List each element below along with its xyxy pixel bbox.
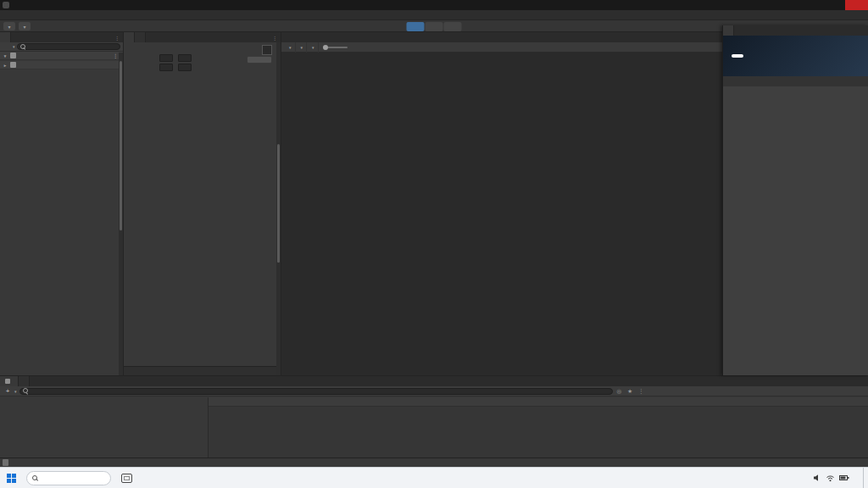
create-asset-button[interactable]: + [3,387,12,395]
search-icon [32,475,38,481]
texture-thumbnail[interactable] [262,45,272,55]
tiling-x-field[interactable] [159,54,173,62]
search-by-type-icon[interactable]: ◎ [615,388,624,395]
panel-menu-icon[interactable]: ⋮ [272,35,281,41]
tab-project[interactable] [0,376,19,386]
unity-app-icon [3,2,9,8]
search-icon [23,388,29,394]
panel-menu-icon[interactable]: ⋮ [114,35,123,41]
display-dropdown[interactable]: ▾ [296,42,308,53]
asset-grid [209,407,868,409]
offset-x-field[interactable] [159,64,173,71]
tab-occlusion[interactable] [135,32,146,42]
desktop: ▾ ▾ ⋮ ▾ ▾ ⋮ ▸ [0,0,868,488]
step-button[interactable] [444,22,462,31]
close-button[interactable] [845,0,868,10]
tab-inspector[interactable] [124,32,135,42]
texture-select-button[interactable] [247,56,272,64]
show-desktop-button[interactable] [863,468,866,488]
project-panel: + ▾ ◎ ★ ⋮ [0,375,868,458]
window-titlebar [0,0,868,10]
scene-icon [10,53,16,58]
status-bar [0,458,868,467]
scene-header[interactable]: ▾ ⋮ [0,52,123,60]
start-button[interactable] [0,468,26,488]
project-search-input[interactable] [19,388,613,395]
windows-logo-icon [7,474,16,483]
vrchat-logo-badge [732,54,743,58]
create-dropdown-icon[interactable]: ▾ [13,44,15,49]
hierarchy-search-input[interactable] [17,43,120,50]
project-tab-icon [5,379,10,384]
inspector-scrollbar[interactable] [276,42,281,375]
battery-icon[interactable] [839,474,849,481]
account-icon[interactable]: ▾ [3,22,15,30]
expand-arrow-icon[interactable]: ▸ [2,63,8,68]
scale-slider-track[interactable] [324,47,348,48]
vrchat-sdk-tabs [723,76,868,86]
scale-slider[interactable] [319,42,353,53]
menu-bar [0,10,868,20]
hidden-packages-icon[interactable]: ⋮ [637,388,646,395]
inspector-panel: ⋮ [124,32,281,375]
create-asset-dropdown-icon[interactable]: ▾ [14,389,17,394]
breadcrumb [209,397,868,407]
tab-hierarchy[interactable] [0,32,11,42]
hierarchy-scrollbar[interactable] [119,53,123,375]
network-icon[interactable] [826,474,835,482]
aspect-dropdown[interactable]: ▾ [307,42,319,53]
game-menu-dropdown[interactable]: ▾ [284,42,296,53]
material-footer [124,366,281,375]
vrchat-logo [723,36,868,76]
taskbar [0,467,868,488]
vrchat-sdk-window [722,25,868,375]
search-icon [20,44,26,50]
texture-slot-block [124,42,281,73]
offset-y-field[interactable] [178,64,192,71]
scale-slider-knob[interactable] [323,45,328,50]
collapse-arrow-icon[interactable]: ▾ [2,53,8,58]
tab-console[interactable] [19,376,30,386]
hierarchy-panel: ⋮ ▾ ▾ ⋮ ▸ [0,32,124,375]
system-tray [800,468,868,488]
cloud-services-icon[interactable]: ▾ [19,22,31,30]
dontdestroy-header[interactable]: ▸ [0,61,123,69]
console-message-icon [3,459,8,466]
project-folder-tree [0,397,209,458]
taskbar-search[interactable] [26,471,111,485]
minimize-button[interactable] [806,0,826,10]
speaker-icon[interactable] [813,474,821,482]
tab-vrchat-sdk[interactable] [723,25,734,36]
scene-icon [10,62,16,68]
tiling-y-field[interactable] [178,54,192,62]
maximize-button[interactable] [826,0,845,10]
pause-button[interactable] [426,22,443,31]
play-button[interactable] [407,22,425,31]
favorites-icon[interactable]: ★ [626,388,634,395]
task-view-icon[interactable] [121,474,132,483]
